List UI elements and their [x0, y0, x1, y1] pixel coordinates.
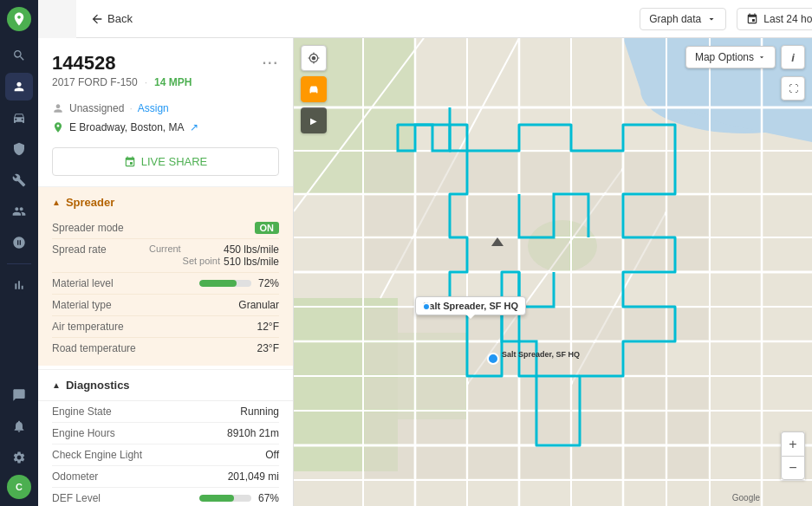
odometer-value: 201,049 mi [228, 470, 279, 483]
google-label: Google [732, 493, 760, 503]
svg-rect-75 [625, 412, 665, 444]
material-type-label: Material type [52, 299, 112, 311]
svg-rect-79 [469, 447, 517, 478]
svg-rect-33 [521, 152, 569, 192]
svg-rect-35 [625, 152, 665, 192]
zoom-out-button[interactable]: − [781, 456, 805, 480]
nav-logo[interactable] [7, 7, 31, 31]
diagnostics-body: Engine State Running Engine Hours 8910h … [38, 401, 293, 506]
svg-rect-70 [365, 412, 413, 444]
last-24h-label: Last 24 hours [763, 13, 812, 25]
live-share-button[interactable]: LIVE SHARE [52, 147, 279, 176]
svg-rect-80 [521, 447, 569, 478]
spreader-arrow: ▲ [52, 198, 61, 207]
popup-label: Salt Spreader, SF HQ [423, 301, 518, 311]
svg-rect-62 [625, 343, 665, 374]
svg-rect-69 [668, 378, 708, 409]
road-temp-value: 23°F [257, 342, 279, 354]
map-controls-left: ▶ [301, 45, 327, 133]
svg-rect-37 [417, 196, 465, 236]
material-level-bar [199, 280, 251, 287]
svg-rect-40 [573, 196, 621, 236]
svg-rect-77 [365, 447, 413, 478]
back-button[interactable]: Back [90, 12, 133, 26]
nav-item-gauge[interactable] [5, 229, 33, 256]
map-fullscreen-button[interactable]: ⛶ [781, 76, 805, 101]
map-controls-right: Map Options i [685, 45, 805, 69]
svg-rect-32 [469, 152, 517, 192]
map-zoom-controls: + − [781, 431, 805, 480]
graph-data-button[interactable]: Graph data [640, 8, 726, 30]
svg-rect-39 [521, 196, 569, 236]
nav-item-vehicles[interactable] [5, 104, 33, 132]
assigned-label: Unassigned [69, 102, 124, 114]
spreader-header[interactable]: ▲ Spreader [38, 187, 293, 217]
engine-state-row: Engine State Running [52, 401, 279, 423]
svg-rect-54 [573, 308, 621, 340]
nav-item-bell[interactable] [5, 412, 33, 440]
svg-rect-72 [469, 412, 517, 444]
vehicle-id-row: 144528 ··· [52, 52, 279, 75]
nav-item-settings[interactable] [5, 444, 33, 471]
air-temp-row: Air temperature 12°F [52, 316, 279, 338]
air-temp-label: Air temperature [52, 321, 124, 333]
vehicle-marker-button[interactable] [301, 76, 327, 102]
map-info-button[interactable]: i [781, 45, 805, 69]
live-share-label: LIVE SHARE [141, 155, 208, 168]
nav-item-barchart[interactable] [5, 271, 33, 299]
material-level-fill [199, 280, 237, 287]
nav-item-chat[interactable] [5, 381, 33, 409]
nav-divider [7, 263, 31, 264]
svg-rect-46 [521, 239, 569, 270]
assign-link[interactable]: Assign [138, 102, 169, 114]
spreader-section: ▲ Spreader Spreader mode ON Spread rate … [38, 186, 293, 366]
svg-rect-81 [573, 447, 621, 478]
vehicle-id: 144528 [52, 52, 115, 75]
odometer-label: Odometer [52, 470, 98, 483]
detail-panel: 144528 ··· 2017 FORD F-150 · 14 MPH Unas… [38, 38, 294, 506]
check-engine-value: Off [265, 449, 279, 461]
check-engine-row: Check Engine Light Off [52, 444, 279, 466]
nav-item-wrench[interactable] [5, 166, 33, 194]
svg-rect-71 [417, 412, 465, 444]
diagnostics-header[interactable]: ▲ Diagnostics [38, 370, 293, 401]
map-options-button[interactable]: Map Options [685, 46, 776, 68]
spreader-mode-row: Spreader mode ON [52, 217, 279, 239]
nav-item-shield[interactable] [5, 135, 33, 163]
svg-rect-41 [625, 196, 665, 236]
svg-rect-58 [417, 343, 465, 374]
svg-rect-68 [625, 378, 665, 409]
svg-rect-82 [625, 447, 665, 478]
zoom-in-button[interactable]: + [781, 431, 805, 456]
location-link[interactable]: ↗ [190, 121, 198, 133]
map-popup: Salt Spreader, SF HQ [415, 296, 526, 315]
nav-item-group[interactable] [5, 198, 33, 225]
last-24h-button[interactable]: Last 24 hours [737, 8, 812, 30]
map-area[interactable]: Salt Spreader, SF HQ Salt Spreader, SF H… [294, 38, 812, 506]
google-watermark: Google [732, 493, 760, 503]
svg-rect-65 [469, 378, 517, 409]
fullscreen-icon: ⛶ [789, 83, 798, 94]
spreader-mode-value: ON [255, 222, 280, 234]
material-level-bar-wrap: 72% [199, 277, 279, 289]
play-button[interactable]: ▶ [301, 107, 327, 133]
nav-item-search[interactable] [5, 42, 33, 69]
spread-rate-row: Spread rate Current 450 lbs/mile Set poi… [52, 239, 279, 273]
spread-rate-current-label: Current [149, 243, 181, 256]
def-level-label: DEF Level [52, 492, 101, 504]
svg-rect-73 [521, 412, 569, 444]
svg-rect-63 [365, 378, 413, 409]
svg-rect-31 [417, 152, 465, 192]
location-row: E Broadway, Boston, MA ↗ [38, 118, 293, 140]
more-button[interactable]: ··· [263, 55, 279, 71]
check-engine-label: Check Engine Light [52, 449, 142, 461]
svg-rect-30 [365, 152, 413, 192]
svg-rect-47 [573, 239, 621, 270]
map-svg: Salt Spreader, SF HQ [294, 38, 812, 506]
locate-button[interactable] [301, 45, 327, 71]
nav-item-person[interactable] [5, 73, 33, 101]
nav-avatar[interactable]: C [7, 475, 31, 499]
spreader-title: Spreader [66, 196, 114, 209]
svg-rect-66 [521, 378, 569, 409]
svg-rect-60 [521, 343, 569, 374]
